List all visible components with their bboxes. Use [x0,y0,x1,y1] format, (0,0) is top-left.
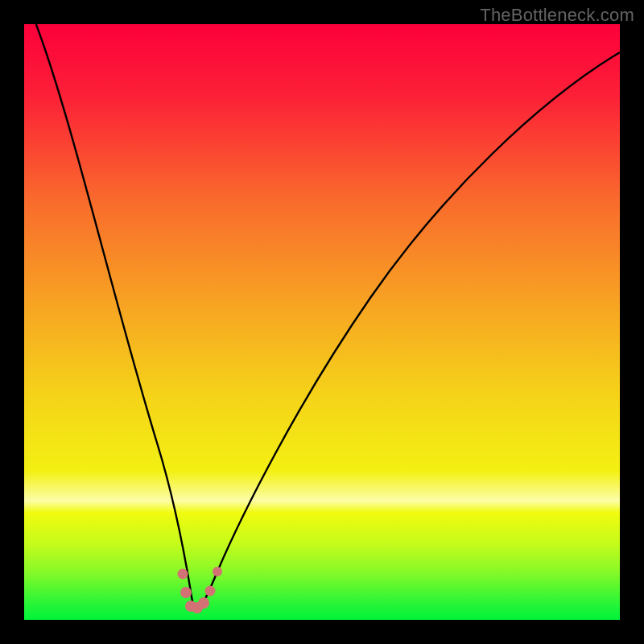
watermark-label: TheBottleneck.com [480,5,634,26]
min-dot [198,597,209,609]
chart-canvas: TheBottleneck.com [0,0,644,644]
min-dot [213,567,222,576]
min-dot [178,569,188,580]
plot-area [24,24,620,620]
min-dot [180,587,192,598]
min-dot [205,586,216,597]
bottleneck-curve [24,24,620,620]
curve-path [36,24,620,609]
